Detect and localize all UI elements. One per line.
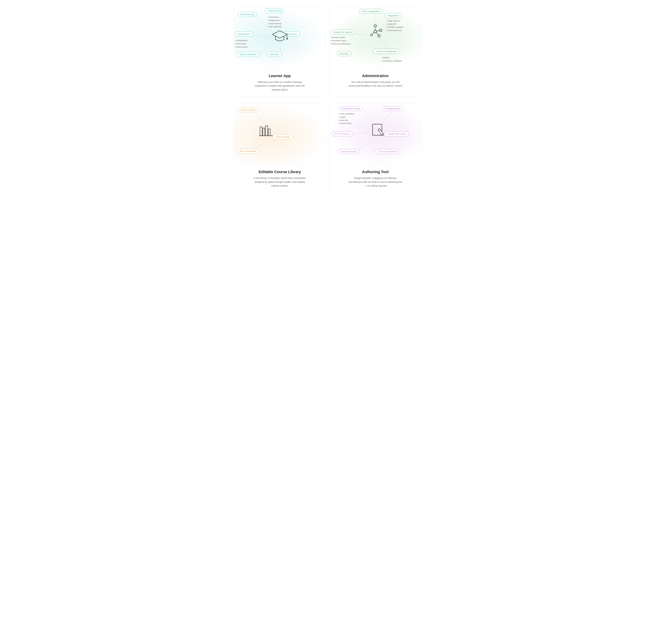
course-library-info: Editable Course Library A free library o… (234, 164, 325, 193)
course-library-diagram: Learner reviews Course ratings Micro-cre… (234, 103, 325, 164)
pill-ppt-conversion: PPT conversion (331, 131, 353, 136)
graduation-cap-icon (272, 28, 288, 44)
authoring-tool-panel: Multimedia hosting Template library PPT … (329, 103, 421, 194)
course-library-title: Editable Course Library (239, 170, 320, 174)
svg-line-20 (349, 42, 368, 54)
learner-app-title: Learner App (239, 74, 320, 78)
pill-peer-learning: Peer learning (265, 8, 284, 13)
pill-learner-surveys: Learner surveys (338, 149, 359, 154)
multimedia-bullets: Video embedding Images Audio files Exter… (339, 112, 354, 125)
administration-title: Administration (335, 74, 416, 78)
svg-point-9 (374, 25, 377, 27)
svg-marker-0 (272, 31, 287, 38)
analytics-bullets: Manager reports Actionable reports Send … (330, 36, 351, 45)
pill-design-with-canva: Design with Canva (384, 131, 409, 136)
pill-micro-credentials: Micro-credentials (236, 148, 259, 154)
course-library-panel: Learner reviews Course ratings Micro-cre… (234, 103, 326, 194)
pill-multimedia-hosting: Multimedia hosting (339, 106, 363, 111)
svg-point-10 (380, 29, 382, 31)
course-library-description: A free library of beautiful, world-class… (252, 176, 307, 188)
pill-user-management: User management (359, 9, 383, 14)
svg-point-11 (378, 34, 380, 37)
learner-app-info: Learner App Welcome your team to a moder… (234, 68, 325, 97)
pill-briefcase: Briefcase (267, 52, 282, 57)
administration-description: Our suite of administration tools gives … (348, 80, 403, 88)
page-wrapper: Microlearning Peer learning Gamification… (234, 7, 421, 194)
pill-analytics-reports: Analytics & reports (330, 30, 355, 34)
course-library-connectors (234, 103, 325, 164)
bottom-panels: Learner reviews Course ratings Micro-cre… (234, 103, 421, 194)
books-icon (258, 123, 274, 138)
svg-line-16 (372, 32, 374, 34)
pill-template-library: Template library (382, 106, 403, 111)
authoring-tool-diagram: Multimedia hosting Template library PPT … (330, 103, 421, 164)
pill-course-translations: Course translations (375, 149, 400, 154)
pill-course-ratings: Course ratings (272, 134, 293, 139)
pill-branding: Branding (337, 51, 352, 56)
authoring-tool-description: Design beautiful, engaging and effective… (348, 176, 403, 188)
pill-gamification: Gamification (235, 31, 253, 37)
pill-learner-reviews: Learner reviews (236, 107, 258, 112)
authoring-tool-info: Authoring Tool Design beautiful, engagin… (330, 164, 421, 193)
learner-app-panel: Microlearning Peer learning Gamification… (234, 7, 326, 98)
network-icon (367, 24, 383, 39)
pencil-icon (370, 122, 386, 138)
svg-line-45 (357, 141, 371, 152)
peer-learning-bullets: Discussions Assignments Social learning … (268, 16, 281, 28)
administration-info: Administration Our suite of administrati… (330, 68, 421, 94)
svg-line-15 (376, 32, 378, 34)
administration-panel: User management Analytics & reports Inte… (329, 7, 421, 98)
top-panels: Microlearning Peer learning Gamification… (234, 7, 421, 98)
svg-point-12 (370, 34, 372, 36)
pill-microlearning: Microlearning (238, 12, 257, 17)
gamification-bullets: Leaderboards Real prizing Achievements (235, 39, 248, 48)
administration-diagram: User management Analytics & reports Inte… (330, 7, 421, 68)
svg-line-14 (377, 31, 380, 31)
course-management-bullets: Playlists Completion certificates (382, 56, 402, 63)
integrations-bullets: Single Sign-On Public API SCORM complian… (386, 19, 403, 32)
pill-integrations: Integrations (384, 13, 402, 18)
pill-course-management: Course management (374, 49, 400, 54)
learner-app-diagram: Microlearning Peer learning Gamification… (234, 7, 325, 68)
svg-rect-25 (263, 128, 265, 136)
authoring-tool-title: Authoring Tool (335, 170, 416, 174)
learner-app-description: Welcome your team to a modern learning e… (252, 80, 307, 92)
pill-spaced-repetition: Spaced repetition (236, 52, 259, 57)
